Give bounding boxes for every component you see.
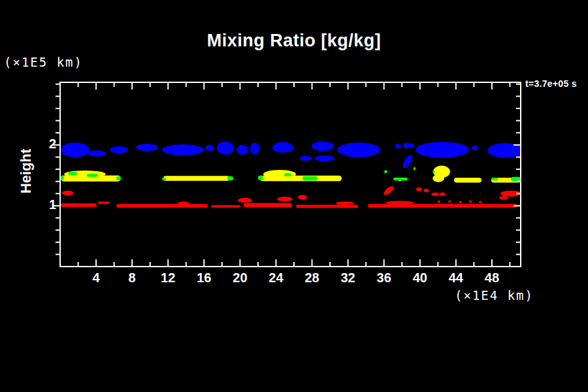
y-axis-units-label: (×1E5 km) [4, 55, 83, 69]
band-red-blob [459, 201, 462, 203]
band-green-bar [433, 171, 435, 173]
band-green-bar [384, 170, 387, 173]
cloud-band-blue-blob [337, 142, 380, 157]
x-tick-label: 40 [406, 270, 434, 286]
band-red-blob [423, 189, 429, 193]
band-red-bar [368, 204, 517, 208]
cloud-band-blue-blob [315, 155, 335, 161]
band-red-blob [431, 192, 439, 196]
band-red-blob [440, 192, 446, 196]
band-red-blob [416, 188, 422, 191]
cloud-band-blue-blob [312, 141, 334, 151]
cloud-band-blue-blob [272, 142, 293, 153]
x-tick-label: 24 [261, 270, 290, 286]
cloud-band-blue-blob [299, 156, 312, 161]
cloud-band-blue-blob [401, 154, 414, 169]
band-yellow-blob [433, 174, 444, 182]
band-red-blob [238, 198, 252, 203]
cloud-band-blue-blob [237, 145, 248, 155]
plot-window: Mixing Ratio [kg/kg] (×1E5 km) t=3.7e+05… [0, 0, 588, 392]
band-green-bar [258, 175, 263, 180]
band-red-blob [469, 201, 472, 203]
band-green-bar [414, 167, 416, 171]
x-tick-label: 16 [189, 270, 218, 286]
band-green-bar [284, 173, 291, 176]
band-red-blob [277, 197, 293, 201]
band-green-bar [511, 177, 521, 182]
plot-area [0, 0, 588, 392]
x-tick-label: 28 [298, 270, 327, 286]
x-tick-label: 44 [442, 270, 470, 286]
band-red-blob [382, 185, 395, 197]
cloud-band-blue-blob [472, 146, 478, 150]
x-tick-label: 8 [118, 270, 146, 286]
cloud-band-blue-blob [162, 144, 204, 155]
x-tick-label: 32 [334, 270, 363, 286]
band-red-blob [62, 191, 74, 195]
band-red-bar [98, 201, 110, 204]
band-red-blob [336, 201, 354, 205]
cloud-band-blue-blob [416, 142, 469, 157]
band-yellow-bar [454, 178, 482, 182]
chart-title: Mixing Ratio [kg/kg] [0, 31, 588, 51]
x-axis-units-label: (×1E4 km) [455, 288, 534, 302]
band-green-bar [87, 174, 98, 177]
cloud-band-blue-blob [136, 144, 158, 151]
band-green-bar [162, 178, 166, 181]
band-red-bar [211, 205, 240, 208]
band-red-blob [448, 201, 451, 203]
x-tick-label: 20 [225, 270, 254, 286]
cloud-band-blue-blob [110, 146, 128, 154]
band-red-bar [244, 203, 292, 208]
band-green-bar [393, 178, 408, 181]
y-tick-label: 1 [34, 197, 56, 212]
cloud-band-blue-blob [88, 150, 106, 156]
band-green-bar [227, 176, 233, 181]
band-red-blob [178, 201, 189, 205]
band-red-bar [61, 203, 97, 207]
cloud-band-blue-blob [61, 142, 90, 157]
band-green-bar [302, 176, 318, 181]
x-tick-label: 4 [82, 270, 110, 286]
x-tick-label: 48 [478, 270, 506, 286]
band-green-bar [116, 176, 121, 181]
cloud-band-blue-blob [205, 145, 214, 151]
band-yellow-bar [163, 176, 230, 180]
cloud-band-blue-blob [217, 141, 234, 154]
band-green-bar [68, 172, 77, 175]
band-green-bar [492, 178, 498, 181]
band-red-blob [438, 201, 440, 203]
time-annotation: t=3.7e+05 s [525, 78, 577, 89]
cloud-band-blue-blob [395, 144, 401, 148]
cloud-band-blue-blob [403, 142, 410, 148]
x-tick-label: 36 [370, 270, 399, 286]
cloud-band-blue-blob [410, 143, 414, 148]
band-red-blob [298, 195, 307, 199]
band-red-blob [385, 201, 414, 204]
band-red-blob [499, 196, 508, 200]
band-red-blob [479, 201, 482, 203]
band-green-bar [61, 175, 64, 180]
band-red-bar [296, 205, 358, 208]
y-tick-label: 2 [34, 137, 56, 152]
band-red-bar [116, 204, 208, 208]
cloud-band-blue-blob [250, 142, 259, 155]
y-axis-title: Height [18, 149, 35, 193]
x-tick-label: 12 [154, 270, 182, 286]
layer-group [61, 141, 523, 208]
